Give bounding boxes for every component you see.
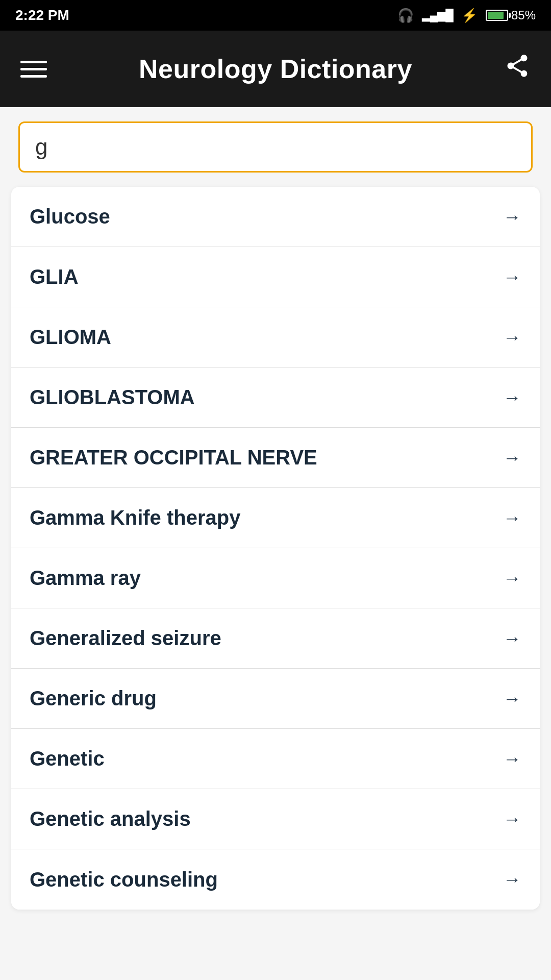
search-input[interactable] [18,121,533,173]
arrow-icon: → [503,568,521,589]
share-button[interactable] [504,53,531,85]
list-item[interactable]: Genetic→ [11,729,540,789]
list-item-label: GLIOMA [30,326,111,349]
list-item-label: GLIOBLASTOMA [30,386,195,409]
list-item-label: Genetic counseling [30,868,218,891]
arrow-icon: → [503,628,521,649]
list-item-label: Gamma Knife therapy [30,506,240,529]
headphone-icon: 🎧 [397,8,414,23]
list-item-label: Genetic [30,747,105,770]
status-bar: 2:22 PM 🎧 ▂▄▆█ ⚡ 85% [0,0,551,31]
arrow-icon: → [503,266,521,288]
search-container [0,107,551,187]
list-item[interactable]: Gamma Knife therapy→ [11,488,540,548]
list-item[interactable]: GLIOBLASTOMA→ [11,368,540,428]
list-item[interactable]: Gamma ray→ [11,548,540,608]
list-item-label: Genetic analysis [30,807,191,830]
arrow-icon: → [503,447,521,469]
list-item[interactable]: Generalized seizure→ [11,608,540,669]
list-item-label: Generic drug [30,687,157,710]
arrow-icon: → [503,808,521,830]
menu-button[interactable] [20,61,47,78]
battery-percentage: 85% [511,8,536,22]
status-icons: 🎧 ▂▄▆█ ⚡ 85% [397,8,536,23]
arrow-icon: → [503,748,521,770]
list-item[interactable]: GLIA→ [11,247,540,307]
list-item-label: GREATER OCCIPITAL NERVE [30,446,317,469]
charging-icon: ⚡ [461,8,478,23]
arrow-icon: → [503,327,521,348]
app-header: Neurology Dictionary [0,31,551,107]
list-item-label: Glucose [30,205,110,228]
terms-list: Glucose→GLIA→GLIOMA→GLIOBLASTOMA→GREATER… [11,187,540,910]
list-item-label: Generalized seizure [30,627,221,650]
arrow-icon: → [503,688,521,709]
list-item-label: GLIA [30,265,79,288]
signal-icon: ▂▄▆█ [422,9,453,22]
list-item[interactable]: GREATER OCCIPITAL NERVE→ [11,428,540,488]
battery-indicator: 85% [486,8,536,22]
arrow-icon: → [503,507,521,529]
page-title: Neurology Dictionary [139,54,412,84]
arrow-icon: → [503,387,521,408]
arrow-icon: → [503,206,521,228]
arrow-icon: → [503,869,521,890]
list-item[interactable]: Genetic counseling→ [11,849,540,910]
list-item[interactable]: Genetic analysis→ [11,789,540,849]
status-time: 2:22 PM [15,7,69,23]
list-item[interactable]: Glucose→ [11,187,540,247]
list-item[interactable]: Generic drug→ [11,669,540,729]
list-item[interactable]: GLIOMA→ [11,307,540,368]
list-item-label: Gamma ray [30,567,141,590]
